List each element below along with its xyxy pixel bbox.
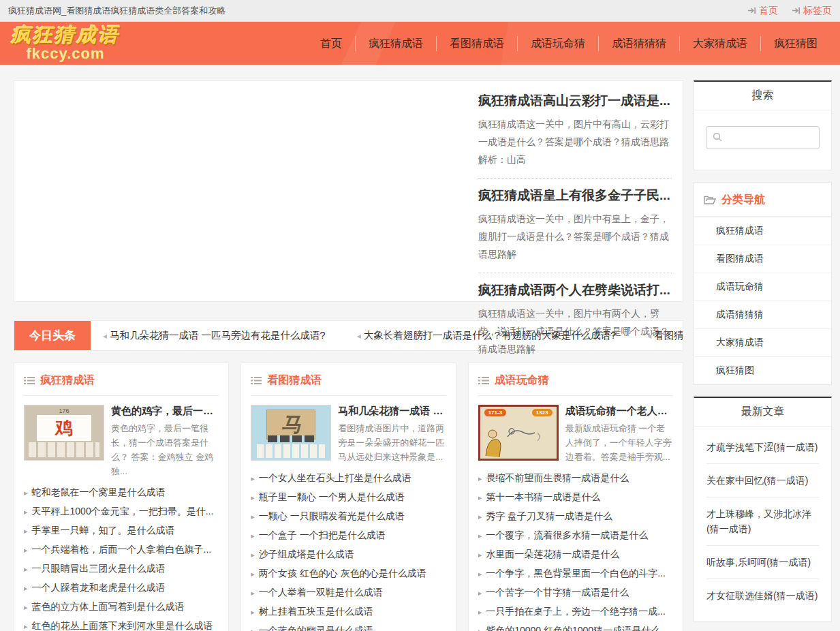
column-featured-article[interactable]: 马 马和几朵花猜一成语 一... 看图猜成语图片中，道路两旁是一朵朵盛开的鲜花一… — [251, 405, 446, 464]
article-title: 一个人举着一双鞋是什么成语 — [259, 587, 383, 598]
featured-post-excerpt: 疯狂猜成语这一关中，图片中有皇上，金子，腹肌打一成语是什么？答案是哪个成语？猜成… — [478, 210, 672, 263]
sidebar-category-kantu[interactable]: 看图猜成语 — [694, 245, 831, 273]
featured-post-title[interactable]: 疯狂猜成语高山云彩打一成语是... — [478, 92, 672, 110]
image-answer-slots — [268, 435, 314, 442]
column-featured-article[interactable]: 171-3 1323 成语玩命猜一个老人摔... 最新版成语玩命猜 一个老人摔倒… — [478, 405, 673, 464]
column-featured-article[interactable]: 176 鸡 黄色的鸡字，最后一笔... 黄色的鸡字，最后一笔很长，猜一个成语答案… — [24, 405, 219, 478]
site-title: 疯狂猜成语网_看图猜成语疯狂猜成语类全部答案和攻略 — [8, 5, 225, 17]
column-fengkuang: 疯狂猜成语 176 鸡 黄色的鸡字，最后一笔... 黄色的鸡字，最后一笔很长，猜… — [14, 363, 229, 631]
triangle-right-icon: ▸ — [251, 608, 255, 616]
article-link[interactable]: ▸瓶子里一颗心 一个男人是什么成语 — [251, 487, 446, 506]
article-link[interactable]: ▸一个盒子 一个扫把是什么成语 — [251, 525, 446, 544]
list-icon — [251, 376, 262, 385]
article-link[interactable]: ▸一只眼睛冒出三团火是什么成语 — [24, 559, 219, 578]
article-link[interactable]: ▸秀字 盘子刀叉猜一成语是什么 — [478, 506, 673, 525]
headline-link[interactable]: ◂大象长着翅膀打一成语是什么？有翅膀的大象是什么成语? — [357, 329, 617, 342]
triangle-left-icon: ◂ — [647, 331, 651, 341]
sidebar-category-dajia[interactable]: 大家猜成语 — [694, 328, 831, 356]
featured-image[interactable]: 176 鸡 — [24, 405, 104, 461]
category-columns: 疯狂猜成语 176 鸡 黄色的鸡字，最后一笔... 黄色的鸡字，最后一笔很长，猜… — [14, 363, 683, 631]
nav-item-caicaicai[interactable]: 成语猜猜猜 — [598, 36, 679, 51]
article-link[interactable]: ▸一颗心 一只眼睛发着光是什么成语 — [251, 506, 446, 525]
article-link[interactable]: ▸红色的花丛上面落下来到河水里是什么成语 — [24, 616, 219, 631]
article-title: 畏缩不前望而生畏猜一成语是什么 — [486, 472, 629, 483]
sidebar-category-wanmingcai[interactable]: 成语玩命猜 — [694, 273, 831, 301]
page-container: 疯狂猜成语高山云彩打一成语是... 疯狂猜成语这一关中，图片中有高山，云彩打一成… — [14, 80, 832, 631]
nav-item-kantu[interactable]: 看图猜成语 — [436, 36, 517, 51]
sidebar-category-fengkuang[interactable]: 疯狂猜成语 — [694, 217, 831, 245]
article-link[interactable]: ▸一个蓝色的幽灵是什么成语 — [251, 621, 446, 631]
article-link[interactable]: ▸一个女人坐在石头上打坐是什么成语 — [251, 468, 446, 487]
nav-item-home[interactable]: 首页 — [307, 36, 355, 51]
article-list: ▸蛇和老鼠在一个窝里是什么成语 ▸天平秤上1000个金元宝，一把扫帚。是什...… — [24, 482, 219, 631]
featured-post-excerpt: 疯狂猜成语这一关中，图片中有高山，云彩打一成语是什么？答案是哪个成语？猜成语思路… — [478, 115, 672, 168]
article-link[interactable]: ▸一个兵端着枪，后面一个人拿着白色旗子... — [24, 540, 219, 559]
article-link[interactable]: ▸蓝色的立方体上面写着到是什么成语 — [24, 597, 219, 616]
triangle-right-icon: ▸ — [24, 603, 28, 611]
featured-image[interactable]: 171-3 1323 — [478, 405, 559, 461]
featured-post-title[interactable]: 疯狂猜成语皇上有很多金子子民... — [478, 187, 672, 204]
headline-text: 大象长着翅膀打一成语是什么？有翅膀的大象是什么成语? — [364, 330, 617, 341]
nav-item-wanmingcai[interactable]: 成语玩命猜 — [517, 36, 598, 51]
featured-excerpt: 最新版成语玩命猜 一个老人摔倒了，一个年轻人字旁边看着。答案是袖手旁观... — [565, 421, 673, 464]
triangle-right-icon: ▸ — [24, 508, 28, 516]
article-link[interactable]: ▸一个人踩着龙和老虎是什么成语 — [24, 578, 219, 597]
latest-article-link[interactable]: 才疏学浅笔下涩(猜一成语) — [706, 431, 819, 464]
featured-post-title[interactable]: 疯狂猜成语两个人在劈柴说话打... — [478, 281, 672, 299]
article-link[interactable]: ▸第十一本书猜一成语是什么 — [478, 487, 673, 506]
latest-article-link[interactable]: 才上珠穆峰，又涉北冰洋(猜一成语) — [706, 497, 819, 546]
article-link[interactable]: ▸一个人举着一双鞋是什么成语 — [251, 583, 446, 602]
topbar-link-tags[interactable]: 标签页 — [792, 5, 832, 17]
article-link[interactable]: ▸畏缩不前望而生畏猜一成语是什么 — [478, 468, 673, 487]
article-link[interactable]: ▸天平秤上1000个金元宝，一把扫帚。是什... — [24, 502, 219, 521]
featured-title[interactable]: 黄色的鸡字，最后一笔... — [111, 405, 219, 418]
article-title: 紫色的10000 红色的1000猜一成语是什么 — [486, 625, 660, 631]
search-input[interactable] — [706, 126, 820, 149]
column-title[interactable]: 成语玩命猜 — [495, 373, 549, 388]
topbar-links: 首页 标签页 — [747, 5, 832, 17]
triangle-right-icon: ▸ — [24, 622, 28, 630]
sidebar-category-caicaicai[interactable]: 成语猜猜猜 — [694, 301, 831, 328]
article-title: 一个蓝色的幽灵是什么成语 — [259, 625, 373, 631]
triangle-left-icon: ◂ — [103, 331, 107, 341]
headline-link[interactable]: ◂马和几朵花猜一成语 一匹马旁边有花是什么成语? — [103, 329, 326, 342]
latest-article-link[interactable]: 关在家中回忆(猜一成语) — [706, 464, 819, 497]
featured-post: 疯狂猜成语高山云彩打一成语是... 疯狂猜成语这一关中，图片中有高山，云彩打一成… — [478, 84, 672, 179]
featured-title[interactable]: 马和几朵花猜一成语 一... — [338, 405, 446, 418]
article-link[interactable]: ▸一只手拍在桌子上，旁边一个绝字猜一成... — [478, 602, 673, 621]
latest-article-link[interactable]: 才女征联选佳婿(猜一成语) — [706, 579, 819, 612]
article-link[interactable]: ▸蛇和老鼠在一个窝里是什么成语 — [24, 482, 219, 502]
article-link[interactable]: ▸一个覆字，流着很多水猜一成语是什么 — [478, 525, 673, 544]
article-link[interactable]: ▸紫色的10000 红色的1000猜一成语是什么 — [478, 621, 673, 631]
sidebar-category-caitu[interactable]: 疯狂猜图 — [694, 356, 831, 384]
article-link[interactable]: ▸两个女孩 红色的心 灰色的心是什么成语 — [251, 564, 446, 583]
topbar-link-home[interactable]: 首页 — [747, 5, 778, 17]
triangle-right-icon: ▸ — [478, 627, 482, 631]
article-link[interactable]: ▸水里面一朵莲花猜一成语是什么 — [478, 544, 673, 564]
featured-post: 疯狂猜成语两个人在劈柴说话打... 疯狂猜成语这一关中，图片中有两个人，劈柴，说… — [478, 273, 672, 367]
site-logo[interactable]: 疯狂猜成语 fkccy.com — [11, 25, 120, 61]
featured-image[interactable]: 马 — [251, 405, 331, 461]
column-header: 成语玩命猜 — [478, 363, 673, 396]
article-link[interactable]: ▸沙子组成塔是什么成语 — [251, 544, 446, 564]
column-kantu: 看图猜成语 马 马和几朵花猜一成语 一... 看图猜成语图片中，道路两旁是一朵朵… — [240, 363, 456, 631]
category-nav-header: 分类导航 — [694, 183, 831, 217]
nav-item-caitu[interactable]: 疯狂猜图 — [760, 36, 830, 51]
article-link[interactable]: ▸手掌里一只蝉，知了。是什么成语 — [24, 521, 219, 540]
headline-link[interactable]: ◂看图猜成语一 — [647, 329, 683, 342]
search-widget-title: 搜索 — [694, 82, 831, 110]
column-title[interactable]: 看图猜成语 — [267, 373, 322, 388]
headline-items: ◂马和几朵花猜一成语 一匹马旁边有花是什么成语? ◂大象长着翅膀打一成语是什么？… — [91, 329, 683, 342]
latest-article-link[interactable]: 听故事,乐呵呵(猜一成语) — [706, 546, 819, 579]
column-title[interactable]: 疯狂猜成语 — [40, 373, 95, 388]
article-title: 一个盒子 一个扫把是什么成语 — [259, 529, 386, 540]
nav-item-fengkuang[interactable]: 疯狂猜成语 — [355, 36, 436, 51]
search-widget: 搜索 — [694, 80, 832, 170]
featured-title[interactable]: 成语玩命猜一个老人摔... — [565, 405, 673, 418]
article-link[interactable]: ▸一个争字，黑色背景里面一个白色的斗字... — [478, 564, 673, 583]
nav-item-dajia[interactable]: 大家猜成语 — [679, 36, 760, 51]
featured-excerpt: 看图猜成语图片中，道路两旁是一朵朵盛开的鲜花一匹马从远处归来这种景象是... — [338, 421, 446, 464]
article-link[interactable]: ▸树上挂着五块玉是什么成语 — [251, 602, 446, 621]
latest-articles-list: 才疏学浅笔下涩(猜一成语) 关在家中回忆(猜一成语) 才上珠穆峰，又涉北冰洋(猜… — [694, 427, 831, 621]
article-link[interactable]: ▸一个苦字一个甘字猜一成语是什么 — [478, 583, 673, 602]
